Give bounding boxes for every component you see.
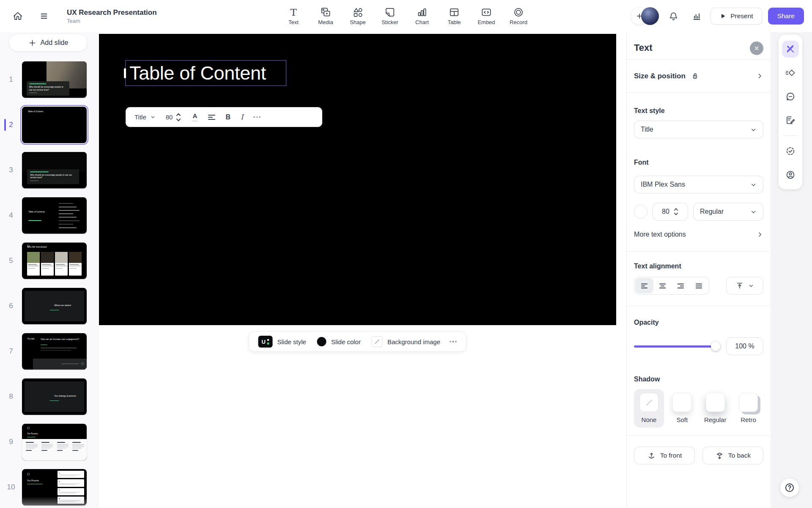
align-button[interactable]	[208, 115, 215, 120]
design-tools-button[interactable]	[782, 41, 799, 58]
background-image-button[interactable]: Background image	[372, 336, 440, 347]
slide-style-button[interactable]: U Slide style	[258, 336, 306, 348]
bold-button[interactable]: B	[225, 113, 230, 121]
to-front-label: To front	[660, 452, 682, 459]
shadow-swatch	[672, 393, 691, 412]
shadow-soft-option[interactable]: Soft	[667, 389, 697, 428]
italic-button[interactable]: I	[241, 113, 243, 121]
slide-thumbnail[interactable]: Our strategy & process	[22, 378, 87, 415]
question-mark-icon	[784, 482, 795, 493]
share-button[interactable]: Share	[768, 8, 804, 25]
font-size-stepper[interactable]	[176, 112, 181, 123]
close-icon	[754, 45, 760, 51]
font-family-value: IBM Plex Sans	[641, 181, 685, 188]
transitions-button[interactable]	[782, 64, 799, 81]
slide-color-button[interactable]: Slide color	[317, 337, 361, 346]
tool-chart-button[interactable]: Chart	[412, 7, 432, 25]
align-right-button[interactable]	[672, 278, 690, 293]
shadow-option-label: Regular	[700, 416, 730, 423]
opacity-value: 100 %	[726, 337, 763, 355]
properties-panel: Text Size & position Text style Title Fo…	[626, 32, 771, 508]
align-left-button[interactable]	[635, 278, 653, 293]
table-icon	[449, 7, 460, 18]
font-family-select[interactable]: IBM Plex Sans	[634, 176, 763, 193]
shadow-none-option[interactable]: None	[634, 389, 664, 428]
shadow-regular-option[interactable]: Regular	[700, 389, 730, 428]
account-button[interactable]	[782, 166, 799, 183]
analytics-bars-icon	[691, 11, 702, 22]
horizontal-align-group	[634, 277, 709, 295]
slide-thumbnail[interactable]: Who We Interviewed	[22, 243, 87, 279]
to-front-button[interactable]: To front	[634, 447, 695, 464]
tool-label: Text	[288, 19, 299, 25]
text-style-select[interactable]: Title	[634, 121, 763, 138]
to-back-button[interactable]: To back	[702, 447, 763, 464]
tool-label: Table	[447, 19, 461, 25]
comments-button[interactable]	[782, 88, 799, 105]
design-tools-icon	[785, 44, 796, 54]
shadow-swatch	[706, 393, 725, 412]
home-button[interactable]	[9, 8, 26, 25]
font-color-swatch[interactable]	[634, 205, 647, 218]
selected-text-box[interactable]: Table of Content	[125, 60, 286, 86]
tool-table-button[interactable]: Table	[444, 7, 464, 25]
slide-thumbnail[interactable]: Why should we encourage people to use ou…	[22, 61, 87, 98]
ellipsis-icon	[253, 116, 261, 118]
tool-sticker-button[interactable]: Sticker	[380, 7, 400, 25]
share-label: Share	[777, 12, 795, 20]
more-text-options[interactable]: More text options	[634, 231, 763, 238]
tool-record-button[interactable]: Record	[508, 7, 529, 25]
vertical-align-dropdown[interactable]	[726, 277, 763, 295]
analytics-button[interactable]	[688, 8, 705, 25]
close-panel-button[interactable]	[750, 41, 763, 55]
bell-icon	[668, 11, 679, 22]
slide-thumbnail[interactable]: Table of Content	[22, 107, 87, 143]
menu-button[interactable]	[36, 8, 52, 25]
slider-knob[interactable]	[711, 342, 720, 351]
add-slide-button[interactable]: Add slide	[9, 34, 87, 51]
slide-thumbnail[interactable]: Why should we encourage people to use ou…	[22, 152, 87, 188]
opacity-slider[interactable]	[634, 342, 719, 351]
tool-embed-button[interactable]: Embed	[476, 7, 497, 25]
avatar[interactable]	[641, 7, 659, 25]
shadow-option-label: None	[634, 416, 664, 423]
slide-number: 8	[0, 392, 22, 401]
slide-thumbnail[interactable]: Our Process1.2.3.4.	[22, 469, 87, 505]
approvals-button[interactable]	[782, 143, 799, 160]
slide-more-button[interactable]	[450, 341, 457, 342]
tool-media-button[interactable]: Media	[315, 7, 336, 25]
more-options-button[interactable]	[253, 116, 261, 118]
font-weight-select[interactable]: Regular	[693, 203, 763, 221]
slide-thumbnail[interactable]: The taskHow can we increase user engagem…	[22, 333, 87, 370]
present-button[interactable]: Present	[710, 8, 762, 25]
opacity-label: Opacity	[634, 319, 763, 326]
slide-thumbnail[interactable]: Table of Contents	[22, 197, 87, 234]
text-style-dropdown[interactable]: Title	[134, 113, 156, 121]
chevron-right-icon	[757, 231, 763, 238]
slide-title-text: Table of Content	[126, 62, 266, 84]
align-center-button[interactable]	[653, 278, 672, 293]
notifications-button[interactable]	[665, 8, 682, 25]
slide-color-label: Slide color	[331, 338, 361, 345]
font-size-stepper[interactable]: 80	[653, 203, 688, 221]
tool-text-button[interactable]: TText	[283, 7, 304, 25]
tool-shape-button[interactable]: Shape	[348, 7, 368, 25]
comment-bubble-icon	[785, 91, 796, 102]
notes-button[interactable]	[782, 112, 799, 129]
align-justify-button[interactable]	[690, 278, 708, 293]
hamburger-icon	[39, 11, 49, 21]
help-button[interactable]	[780, 478, 799, 497]
check-circle-icon	[785, 146, 796, 156]
slide-thumbnail[interactable]: Where we started	[22, 288, 87, 324]
send-to-back-icon	[715, 451, 724, 460]
svg-text:T: T	[290, 7, 296, 18]
media-icon	[320, 7, 331, 18]
text-color-button[interactable]: A	[192, 112, 198, 122]
rail-divider	[783, 135, 798, 136]
size-position-row[interactable]: Size & position	[634, 60, 763, 92]
shadow-retro-option[interactable]: Retro	[733, 389, 763, 428]
font-label: Font	[634, 159, 763, 166]
presentation-title: UX Research Presentation	[67, 8, 157, 17]
slide-thumbnail[interactable]: Our Process	[22, 424, 87, 460]
slide-canvas[interactable]: Table of Content	[99, 34, 616, 325]
